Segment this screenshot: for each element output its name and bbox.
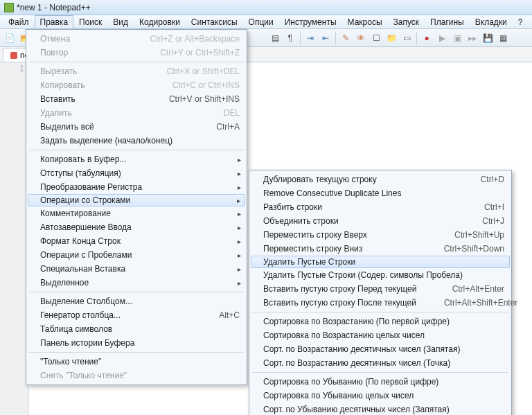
menu-item[interactable]: Автозавершение Ввода <box>28 220 245 234</box>
toolbar-icon[interactable]: ▦ <box>496 31 510 45</box>
menu-item[interactable]: Таблица символов <box>28 322 245 336</box>
menu-item[interactable]: Переместить строку ВверхCtrl+Shift+Up <box>251 228 510 242</box>
fast-forward-icon[interactable]: ▸▸ <box>466 31 479 45</box>
menu-item-label: Формат Конца Строк <box>40 236 240 246</box>
menu-item[interactable]: Комментирование <box>28 206 245 220</box>
menu-item: КопироватьCtrl+C or Ctrl+INS <box>28 78 245 92</box>
menu-encoding[interactable]: Кодировки <box>134 15 186 28</box>
menu-item[interactable]: Отступы (табуляция) <box>28 166 245 180</box>
menu-item[interactable]: ВставитьCtrl+V or Shift+INS <box>28 92 245 106</box>
menu-item[interactable]: Сорт. по Убыванию десятичных чисел (Запя… <box>251 403 510 415</box>
menu-item[interactable]: Операции со Строками <box>28 194 245 206</box>
folder-icon[interactable]: 📁 <box>384 31 398 45</box>
toolbar-icon[interactable]: ☐ <box>369 31 383 45</box>
menu-item-label: Отмена <box>40 34 150 44</box>
menu-item-shortcut: Ctrl+J <box>482 216 504 226</box>
separator <box>335 32 336 44</box>
menu-item[interactable]: Remove Consecutive Duplicate Lines <box>251 186 510 200</box>
menu-item-label: Сортировка по Убыванию целых чисел <box>263 391 504 400</box>
menu-item[interactable]: Операции с Пробелами <box>28 248 245 262</box>
menubar: Файл Правка Поиск Вид Кодировки Синтакси… <box>0 15 532 29</box>
menu-item-shortcut: Ctrl+X or Shift+DEL <box>167 67 240 76</box>
menu-item-label: Выделить всё <box>40 122 216 132</box>
menu-item[interactable]: Сортировка по Возрастанию целых чисел <box>251 328 510 342</box>
menu-item[interactable]: Формат Конца Строк <box>28 234 245 248</box>
menu-item-label: Переместить строку Вниз <box>263 244 444 254</box>
menu-item[interactable]: Удалить Пустые Строки <box>251 256 510 268</box>
menu-item[interactable]: Сортировка по Убыванию целых чисел <box>251 389 510 403</box>
menu-item-shortcut: Alt+C <box>219 310 240 320</box>
menu-item[interactable]: Вставить пустую строку После текущейCtrl… <box>251 296 510 310</box>
unsaved-indicator-icon <box>10 52 17 59</box>
toolbar-icon[interactable]: ▭ <box>400 31 414 45</box>
toolbar-icon[interactable]: ▤ <box>268 31 282 45</box>
menu-item[interactable]: Панель истории Буфера <box>28 336 245 350</box>
save-macro-icon[interactable]: 💾 <box>481 31 495 45</box>
menu-item-label: Сортировка по Возрастанию (По первой циф… <box>263 317 504 326</box>
play-icon[interactable]: ▶ <box>435 31 449 45</box>
menu-item[interactable]: Сортировка по Убыванию (По первой цифре) <box>251 375 510 389</box>
menu-item[interactable]: Генератор столбца...Alt+C <box>28 308 245 322</box>
menu-item[interactable]: Удалить Пустые Строки (Содер. символы Пр… <box>251 268 510 282</box>
line-gutter: 1 <box>0 62 29 415</box>
menu-item[interactable]: Вставить пустую строку Перед текущейCtrl… <box>251 282 510 296</box>
menu-item[interactable]: Сорт. по Возрастанию десятичных чисел (Т… <box>251 356 510 370</box>
menu-help[interactable]: ? <box>513 15 529 28</box>
menu-item-label: Комментирование <box>40 209 240 218</box>
menu-item[interactable]: Преобразование Регистра <box>28 180 245 194</box>
menu-item[interactable]: Объединить строкиCtrl+J <box>251 214 510 228</box>
menu-item[interactable]: Выделенное <box>28 276 245 290</box>
indent-icon[interactable]: ⇥ <box>303 31 317 45</box>
menu-item-label: Переместить строку Вверх <box>263 230 454 240</box>
menu-item[interactable]: Сортировка по Возрастанию (По первой циф… <box>251 315 510 328</box>
menu-macros[interactable]: Макросы <box>342 15 388 28</box>
toolbar-icon[interactable]: ▣ <box>450 31 464 45</box>
toolbar-icon[interactable]: ¶ <box>283 31 297 45</box>
menu-item[interactable]: Дублировать текущую строкуCtrl+D <box>251 173 510 186</box>
outdent-icon[interactable]: ⇤ <box>319 31 332 45</box>
menu-item[interactable]: Специальная Вставка <box>28 262 245 276</box>
toolbar-icon[interactable]: 👁 <box>354 31 368 45</box>
menu-item[interactable]: Переместить строку ВнизCtrl+Shift+Down <box>251 242 510 256</box>
menu-item[interactable]: Выделение Столбцом... <box>28 294 245 308</box>
menu-item-shortcut: Ctrl+Alt+Enter <box>452 284 504 294</box>
menu-options[interactable]: Опции <box>243 15 279 28</box>
menu-plugins[interactable]: Плагины <box>425 15 470 28</box>
menu-item-label: Задать выделение (начало/конец) <box>40 136 240 145</box>
menu-item-shortcut: Ctrl+Alt+Shift+Enter <box>444 298 517 308</box>
app-window: *new 1 - Notepad++ Файл Правка Поиск Вид… <box>0 0 532 415</box>
menu-item-label: Сортировка по Возрастанию целых чисел <box>263 330 504 340</box>
menu-item-label: Копировать <box>40 80 172 90</box>
menu-run[interactable]: Запуск <box>388 15 425 28</box>
menu-item-label: Операции со Строками <box>40 195 240 205</box>
menu-item-label: Объединить строки <box>263 216 482 226</box>
menu-item: ОтменаCtrl+Z or Alt+Backspace <box>28 32 245 46</box>
menu-item[interactable]: "Только чтение" <box>28 355 245 369</box>
menu-item-label: Удалить Пустые Строки (Содер. символы Пр… <box>263 270 504 280</box>
menu-item-label: Снять "Только чтение" <box>40 371 240 380</box>
separator <box>416 32 417 44</box>
menu-item: УдалитьDEL <box>28 106 245 120</box>
menu-search[interactable]: Поиск <box>73 15 107 28</box>
menu-file[interactable]: Файл <box>3 15 35 28</box>
menu-item-label: Автозавершение Ввода <box>40 222 240 232</box>
toolbar-icon[interactable]: ✎ <box>339 31 353 45</box>
menu-syntax[interactable]: Синтаксисы <box>186 15 243 28</box>
menu-item-label: Панель истории Буфера <box>40 338 240 348</box>
menu-item-shortcut: Ctrl+Z or Alt+Backspace <box>150 34 240 44</box>
new-file-icon[interactable]: 📄 <box>3 31 17 45</box>
menu-tools[interactable]: Инструменты <box>279 15 342 28</box>
menu-item-label: Вырезать <box>40 67 167 76</box>
menu-item[interactable]: Выделить всёCtrl+A <box>28 120 245 134</box>
menu-item[interactable]: Сорт. по Возрастанию десятичных чисел (З… <box>251 342 510 356</box>
record-icon[interactable]: ● <box>420 31 434 45</box>
menu-view[interactable]: Вид <box>107 15 134 28</box>
menu-item-shortcut: Ctrl+A <box>216 122 240 132</box>
menu-item[interactable]: Разбить строкиCtrl+I <box>251 200 510 214</box>
menu-item[interactable]: Задать выделение (начало/конец) <box>28 134 245 148</box>
menu-item[interactable]: Копировать в Буфер... <box>28 152 245 166</box>
menu-tabs[interactable]: Вкладки <box>470 15 513 28</box>
menu-item-label: Отступы (табуляция) <box>40 168 240 178</box>
menu-item-label: Сорт. по Возрастанию десятичных чисел (Т… <box>263 358 504 368</box>
menu-edit[interactable]: Правка <box>35 15 74 28</box>
